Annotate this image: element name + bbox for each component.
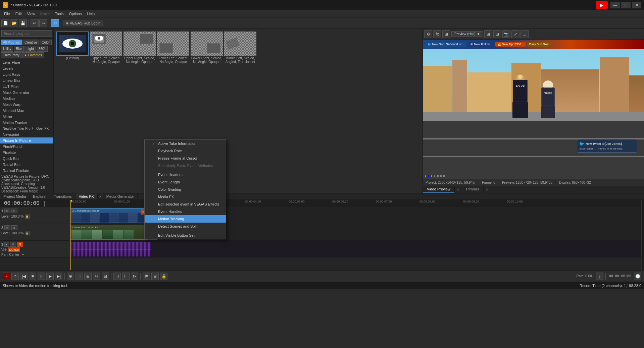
plugin-radical-pixelate[interactable]: Radical Pixelate: [0, 168, 53, 173]
plugin-lens-flare[interactable]: Lens Flare: [0, 59, 53, 65]
plugin-newsprint[interactable]: Newsprint: [0, 131, 53, 137]
ctx-event-handles[interactable]: Event Handles: [145, 208, 226, 215]
tab-light[interactable]: Light: [24, 46, 36, 52]
timeline-resize-handle[interactable]: [641, 200, 644, 270]
menu-help[interactable]: Help: [84, 11, 97, 16]
menu-insert[interactable]: Insert: [38, 11, 52, 16]
ctx-edit-visible[interactable]: Edit Visible Button Set...: [145, 232, 226, 239]
redo-button[interactable]: ↪: [39, 19, 47, 27]
tab-project-media[interactable]: Project Media: [0, 193, 30, 199]
plugin-median[interactable]: Median: [0, 96, 53, 102]
metronome-btn[interactable]: ♪: [596, 273, 603, 280]
lock-btn[interactable]: 🔒: [160, 273, 167, 280]
tab-explorer[interactable]: Explorer: [30, 193, 50, 199]
ctx-event-length[interactable]: Event Length: [145, 178, 226, 186]
plugin-lut-filter[interactable]: LUT Filter: [0, 83, 53, 90]
region-btn[interactable]: ⊞: [151, 273, 159, 280]
timecode-mode-btn[interactable]: 🕐: [634, 273, 641, 280]
new-button[interactable]: 📄: [1, 19, 9, 27]
tab-all-plugins[interactable]: All Plug-ins: [1, 40, 22, 45]
play-btn[interactable]: ▶: [46, 273, 54, 280]
track-2-m-btn[interactable]: M: [4, 225, 10, 230]
preview-grid-btn[interactable]: ⊞: [484, 30, 492, 38]
preview-split-btn[interactable]: ⊞: [442, 30, 450, 38]
plugin-pixelate[interactable]: Pixelate: [0, 150, 53, 156]
plugin-mask-generator[interactable]: Mask Generator: [0, 90, 53, 96]
track-1-m-btn[interactable]: M: [4, 209, 10, 213]
tab-trimmer[interactable]: Trimmer: [461, 186, 484, 193]
ctx-freeze-frame[interactable]: Freeze Frame at Cursor: [145, 155, 226, 162]
close-preview-tab[interactable]: ✕: [457, 188, 459, 191]
preview-size-btn[interactable]: Preview (Half) ▼: [451, 31, 483, 37]
clip-audio[interactable]: [70, 242, 151, 256]
menu-view[interactable]: View: [24, 11, 38, 16]
ripple-btn[interactable]: ⊢: [122, 273, 130, 280]
tab-utility[interactable]: Utility: [1, 46, 13, 52]
auto-ripple-btn[interactable]: ⊳: [131, 273, 138, 280]
menu-file[interactable]: File: [1, 11, 13, 16]
ctx-active-take-info[interactable]: ✓ Active Take Information: [145, 140, 226, 147]
plugin-linear-blur[interactable]: Linear Blur: [0, 77, 53, 83]
tab-video-preview[interactable]: Video Preview: [423, 186, 455, 193]
snap-btn[interactable]: ⊣: [113, 273, 121, 280]
thumb-middle-left[interactable]: Middle Left, Scaled, Angled, Translucent: [224, 32, 256, 190]
plugin-mirror[interactable]: Mirror: [0, 114, 53, 120]
select-btn[interactable]: ▭: [76, 273, 83, 280]
close-button[interactable]: ✕: [632, 2, 641, 8]
youtube-icon[interactable]: ▶: [596, 1, 608, 9]
record-btn[interactable]: ●: [3, 273, 10, 280]
maximize-button[interactable]: □: [621, 2, 631, 8]
plugin-mesh-warp[interactable]: Mesh Warp: [0, 102, 53, 108]
tab-creative[interactable]: Creative: [22, 40, 39, 45]
open-button[interactable]: 📂: [10, 19, 18, 27]
plugin-light-rays[interactable]: Light Rays: [0, 71, 53, 77]
plugin-motion-tracker[interactable]: Motion Tracker: [0, 120, 53, 126]
playhead[interactable]: [70, 200, 71, 270]
ctx-color-grading[interactable]: Color Grading: [145, 186, 226, 193]
preview-snap-btn[interactable]: ⊡: [493, 30, 501, 38]
tab-media-generator[interactable]: Media Generator: [103, 193, 138, 199]
tab-transitions[interactable]: Transitions: [50, 193, 75, 199]
track-1-s-btn[interactable]: S: [11, 209, 17, 213]
ctx-event-headers[interactable]: Event Headers: [145, 171, 226, 178]
plugin-pinch-punch[interactable]: Pinch/Punch: [0, 143, 53, 150]
trim-btn[interactable]: ✂: [93, 273, 100, 280]
plugin-radial-blur[interactable]: Radial Blur: [0, 162, 53, 168]
undo-button[interactable]: ↩: [31, 19, 39, 27]
search-input[interactable]: [1, 30, 52, 37]
ctx-media-fx[interactable]: Media FX: [145, 193, 226, 200]
clip-sunglasses[interactable]: 2-D sunglasses-picture fx: [70, 208, 148, 223]
close-video-fx-tab[interactable]: ✕: [98, 193, 103, 199]
tab-color[interactable]: Color: [40, 40, 52, 45]
track-2-lock-btn[interactable]: 🔒: [25, 231, 30, 235]
save-button[interactable]: 💾: [19, 19, 27, 27]
tab-favorites[interactable]: ★ Favorites: [22, 52, 44, 58]
ctx-motion-tracking[interactable]: Motion Tracking: [145, 215, 226, 223]
tab-third-party[interactable]: Third Party: [1, 52, 21, 58]
zoom-btn[interactable]: ⊞: [84, 273, 92, 280]
preview-fx-btn[interactable]: fx: [433, 30, 441, 38]
tab-360[interactable]: 360°: [37, 46, 48, 52]
track-3-arrow-btn[interactable]: ▼: [4, 242, 9, 247]
thumb-default[interactable]: (Default): [56, 32, 89, 190]
plugin-picture-in-picture[interactable]: Picture In Picture: [0, 137, 53, 143]
split-btn[interactable]: ⊟: [102, 273, 109, 280]
plugin-levels[interactable]: Levels: [0, 65, 53, 71]
ctx-edit-selected[interactable]: Edit selected event in VEGAS Effects: [145, 200, 226, 208]
hub-login-button[interactable]: ◈ VEGAS Hub Login: [63, 20, 103, 26]
menu-tools[interactable]: Tools: [52, 11, 66, 16]
ctx-playback-rate[interactable]: Playback Rate: [145, 147, 226, 155]
render-button[interactable]: ⚙: [51, 19, 59, 27]
pause-btn[interactable]: ⏸: [38, 273, 45, 280]
plugin-newblue-titler[interactable]: NewBlue Titler Pro 7 - OpenFX: [0, 126, 53, 131]
tab-blur[interactable]: Blur: [14, 46, 24, 52]
cursor-btn[interactable]: ⊕: [67, 273, 74, 280]
preview-more-btn[interactable]: …: [521, 30, 529, 38]
track-1-lock-btn[interactable]: 🔒: [25, 214, 30, 219]
track-3-s-btn[interactable]: S: [17, 242, 23, 247]
prev-btn[interactable]: |◀: [20, 273, 28, 280]
preview-settings-btn[interactable]: ⚙: [424, 30, 432, 38]
menu-edit[interactable]: Edit: [13, 11, 24, 16]
stop-btn[interactable]: ■: [29, 273, 36, 280]
ctx-detect-scenes[interactable]: Detect Scenes and Split: [145, 223, 226, 230]
